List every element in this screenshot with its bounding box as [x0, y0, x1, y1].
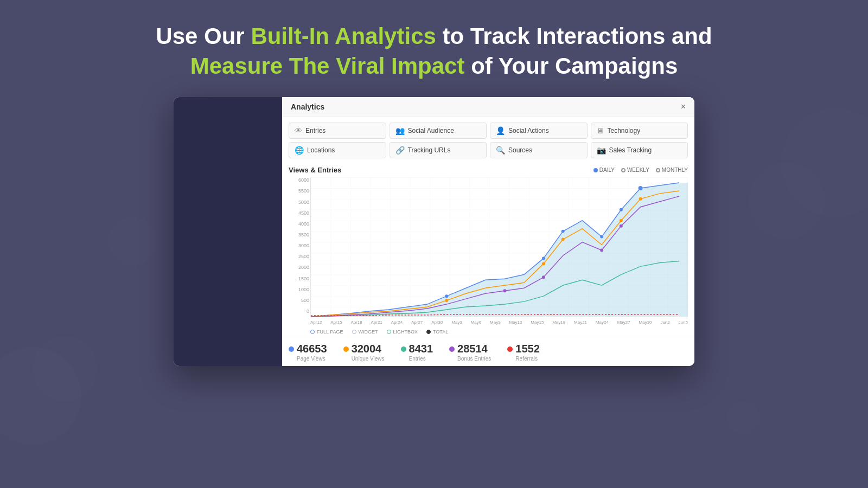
chart-title: Views & Entries — [289, 166, 341, 174]
stat-bonus-entries: 28514 Bonus Entries — [449, 343, 507, 362]
referrals-value: 1552 — [515, 343, 540, 355]
hero-title: Use Our Built-In Analytics to Track Inte… — [0, 0, 868, 97]
social-actions-icon: 👤 — [496, 126, 505, 135]
page-views-dot — [289, 346, 294, 352]
hero-line1: Use Our Built-In Analytics to Track Inte… — [156, 23, 712, 49]
svg-point-8 — [542, 262, 545, 266]
legend-widget-label: WIDGET — [359, 329, 378, 335]
locations-icon: 🌐 — [295, 146, 304, 155]
stat-entries: 8431 Entries — [401, 343, 450, 362]
svg-point-14 — [600, 249, 603, 252]
tab-sales-tracking-label: Sales Tracking — [609, 146, 652, 154]
svg-point-1 — [445, 294, 448, 298]
page-views-value: 46653 — [297, 343, 327, 355]
stats-row: 46653 Page Views 32004 Unique Views 8431 — [282, 337, 694, 366]
legend-full-page: FULL PAGE — [310, 329, 343, 335]
tab-sources[interactable]: 🔍 Sources — [490, 142, 588, 158]
legend-lightbox: LIGHTBOX — [387, 329, 418, 335]
tab-tracking-urls-label: Tracking URLs — [408, 146, 451, 154]
modal-wrapper: Analytics × 👁 Entries 👥 Social Audience … — [0, 97, 868, 366]
entries-label: Entries — [409, 356, 426, 362]
legend-total: TOTAL — [426, 329, 448, 335]
stat-page-views: 46653 Page Views — [289, 343, 343, 362]
modal-sidebar — [174, 97, 282, 366]
modal-header: Analytics × — [282, 97, 694, 117]
svg-point-11 — [639, 197, 642, 201]
svg-point-13 — [542, 275, 545, 279]
svg-point-3 — [561, 230, 565, 233]
chart-header: Views & Entries DAILY WEEKLY MONTHLY — [289, 166, 688, 174]
legend-lightbox-label: LIGHTBOX — [393, 329, 418, 335]
svg-point-6 — [600, 235, 603, 239]
technology-icon: 🖥 — [597, 126, 604, 135]
monthly-label: MONTHLY — [662, 167, 688, 173]
unique-views-dot — [343, 346, 349, 352]
entries-dot — [401, 346, 406, 352]
tab-locations-label: Locations — [307, 146, 335, 154]
svg-point-5 — [639, 186, 643, 190]
daily-label: DAILY — [599, 167, 615, 173]
unique-views-value: 32004 — [352, 343, 382, 355]
chart-area: Views & Entries DAILY WEEKLY MONTHLY — [282, 162, 694, 337]
weekly-label: WEEKLY — [627, 167, 649, 173]
svg-point-15 — [620, 224, 623, 228]
sales-icon: 📷 — [597, 146, 606, 155]
tab-social-actions-label: Social Actions — [508, 127, 549, 134]
svg-point-2 — [542, 257, 545, 260]
close-button[interactable]: × — [681, 102, 686, 111]
y-axis-labels: 6000 5500 5000 4500 4000 3500 3000 2500 … — [289, 177, 309, 314]
stat-referrals: 1552 Referrals — [507, 343, 540, 362]
bonus-entries-dot — [449, 346, 455, 352]
tab-grid: 👁 Entries 👥 Social Audience 👤 Social Act… — [282, 117, 694, 162]
legend-widget: WIDGET — [352, 329, 378, 335]
modal-main: Analytics × 👁 Entries 👥 Social Audience … — [282, 97, 694, 366]
analytics-modal: Analytics × 👁 Entries 👥 Social Audience … — [174, 97, 694, 366]
tab-entries[interactable]: 👁 Entries — [289, 123, 386, 139]
tab-tracking-urls[interactable]: 🔗 Tracking URLs — [390, 142, 487, 158]
tracking-icon: 🔗 — [395, 146, 405, 155]
sources-icon: 🔍 — [496, 146, 505, 155]
eye-icon: 👁 — [295, 126, 302, 135]
social-audience-icon: 👥 — [395, 126, 405, 135]
period-daily[interactable]: DAILY — [593, 167, 615, 173]
period-monthly[interactable]: MONTHLY — [656, 167, 688, 173]
chart-svg — [311, 177, 688, 318]
svg-point-10 — [620, 219, 623, 222]
svg-point-4 — [620, 208, 623, 211]
chart-period-legend: DAILY WEEKLY MONTHLY — [593, 167, 688, 173]
period-weekly[interactable]: WEEKLY — [621, 167, 649, 173]
tab-entries-label: Entries — [305, 127, 326, 134]
chart-container — [310, 177, 688, 318]
x-axis-labels: Apr12 Apr15 Apr18 Apr21 Apr24 Apr27 Apr3… — [310, 318, 688, 325]
tab-technology[interactable]: 🖥 Technology — [591, 123, 688, 139]
modal-title: Analytics — [291, 102, 324, 111]
svg-point-9 — [561, 238, 565, 241]
bonus-entries-value: 28514 — [457, 343, 488, 355]
tab-sales-tracking[interactable]: 📷 Sales Tracking — [591, 142, 688, 158]
stat-unique-views: 32004 Unique Views — [343, 343, 401, 362]
referrals-dot — [507, 346, 513, 352]
page-views-label: Page Views — [297, 356, 326, 362]
referrals-label: Referrals — [515, 356, 538, 362]
tab-sources-label: Sources — [508, 146, 532, 154]
entries-value: 8431 — [409, 343, 433, 355]
chart-legend-bottom: FULL PAGE WIDGET LIGHTBOX TOTAL — [310, 327, 688, 337]
bonus-entries-label: Bonus Entries — [457, 356, 491, 362]
chart-wrapper: Apr12 Apr15 Apr18 Apr21 Apr24 Apr27 Apr3… — [310, 177, 688, 325]
hero-line2: Measure The Viral Impact of Your Campaig… — [190, 53, 678, 79]
legend-total-label: TOTAL — [433, 329, 448, 335]
tab-technology-label: Technology — [608, 127, 641, 134]
unique-views-label: Unique Views — [352, 356, 385, 362]
legend-full-page-label: FULL PAGE — [317, 329, 343, 335]
tab-social-actions[interactable]: 👤 Social Actions — [490, 123, 588, 139]
svg-point-12 — [503, 289, 506, 292]
tab-locations[interactable]: 🌐 Locations — [289, 142, 386, 158]
tab-social-audience[interactable]: 👥 Social Audience — [390, 123, 487, 139]
tab-social-audience-label: Social Audience — [408, 127, 454, 134]
svg-point-7 — [445, 299, 448, 302]
